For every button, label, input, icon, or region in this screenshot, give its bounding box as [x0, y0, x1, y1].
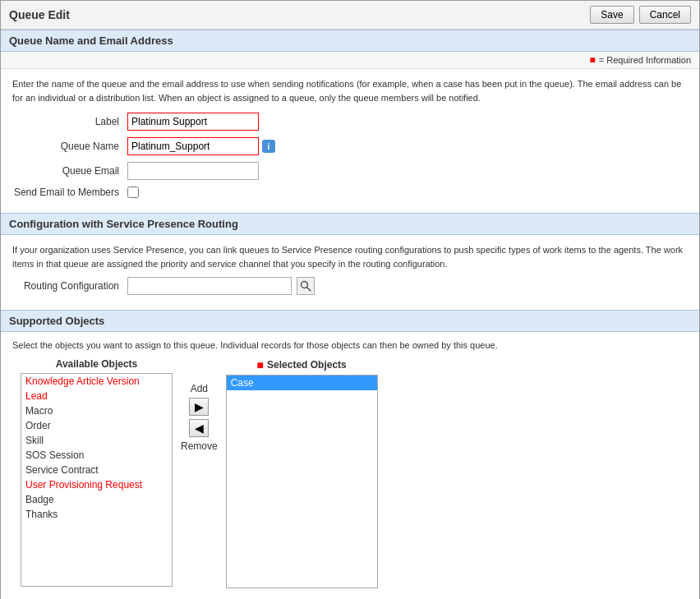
- header-buttons: Save Cancel: [590, 6, 691, 24]
- save-button[interactable]: Save: [590, 6, 633, 24]
- queue-name-field-container: i: [127, 137, 275, 155]
- list-item[interactable]: Case: [227, 376, 377, 390]
- selected-objects-label: Selected Objects: [267, 359, 347, 371]
- routing-section-content: If your organization uses Service Presen…: [1, 235, 699, 310]
- label-row: Label: [12, 113, 688, 131]
- queue-name-description: Enter the name of the queue and the emai…: [12, 77, 688, 104]
- page-title: Queue Edit: [9, 8, 70, 21]
- label-field-label: Label: [12, 116, 127, 127]
- objects-container: Available Objects Knowledge Article Vers…: [12, 358, 688, 597]
- queue-name-field-label: Queue Name: [12, 141, 127, 152]
- list-item[interactable]: Badge: [21, 492, 172, 507]
- send-email-field-container: [127, 187, 139, 198]
- supported-objects-section-content: Select the objects you want to assign to…: [1, 332, 699, 599]
- list-item[interactable]: Lead: [21, 389, 172, 403]
- list-item[interactable]: Macro: [21, 403, 172, 418]
- queue-email-field-label: Queue Email: [12, 165, 127, 177]
- required-info-bar: ■ = Required Information: [1, 52, 699, 69]
- available-objects-label: Available Objects: [56, 358, 138, 370]
- send-email-row: Send Email to Members: [12, 187, 688, 198]
- info-icon[interactable]: i: [262, 140, 275, 153]
- selected-required-indicator: ■: [257, 358, 264, 371]
- remove-button[interactable]: ◀: [189, 419, 209, 437]
- remove-label: Remove: [181, 440, 218, 452]
- routing-config-input[interactable]: [127, 277, 292, 295]
- list-item[interactable]: Skill: [21, 433, 172, 448]
- svg-line-1: [307, 288, 311, 292]
- routing-search-button[interactable]: [297, 277, 315, 295]
- add-label: Add: [191, 383, 208, 394]
- queue-name-section-content: Enter the name of the queue and the emai…: [1, 69, 699, 213]
- queue-email-input[interactable]: [127, 162, 259, 180]
- selected-objects-list[interactable]: Case: [226, 375, 378, 588]
- selected-label-wrapper: ■ Selected Objects: [257, 358, 347, 371]
- supported-objects-section-header: Supported Objects: [1, 310, 699, 332]
- label-field-container: [127, 113, 259, 131]
- queue-name-input[interactable]: [127, 137, 259, 155]
- supported-objects-description: Select the objects you want to assign to…: [12, 340, 688, 350]
- search-icon: [300, 280, 311, 292]
- page-header: Queue Edit Save Cancel: [1, 1, 699, 30]
- queue-name-row: Queue Name i: [12, 137, 688, 155]
- queue-email-row: Queue Email: [12, 162, 688, 180]
- required-indicator: ■: [590, 54, 596, 66]
- list-item[interactable]: Thanks: [21, 507, 172, 522]
- selected-objects-container: ■ Selected Objects Case: [226, 358, 378, 588]
- list-item[interactable]: Service Contract: [21, 463, 172, 477]
- list-item[interactable]: Order: [21, 418, 172, 433]
- queue-name-section-header: Queue Name and Email Address: [1, 30, 699, 52]
- add-remove-container: Add ▶ ◀ Remove: [181, 358, 218, 452]
- available-objects-list[interactable]: Knowledge Article VersionLeadMacroOrderS…: [21, 373, 173, 587]
- routing-config-row: Routing Configuration: [12, 277, 688, 295]
- add-button[interactable]: ▶: [189, 398, 209, 416]
- list-item[interactable]: SOS Session: [21, 448, 172, 463]
- routing-config-label: Routing Configuration: [12, 280, 127, 292]
- routing-section-header: Configuration with Service Presence Rout…: [1, 213, 699, 235]
- list-item[interactable]: User Provisioning Request: [21, 477, 172, 492]
- routing-description: If your organization uses Service Presen…: [12, 243, 688, 270]
- cancel-button[interactable]: Cancel: [639, 6, 691, 24]
- required-text: = Required Information: [599, 55, 691, 65]
- send-email-checkbox[interactable]: [127, 187, 139, 198]
- available-objects-container: Available Objects Knowledge Article Vers…: [21, 358, 173, 587]
- routing-config-field-container: [127, 277, 315, 295]
- list-item[interactable]: Knowledge Article Version: [21, 374, 172, 389]
- queue-email-field-container: [127, 162, 259, 180]
- label-input[interactable]: [127, 113, 259, 131]
- send-email-label: Send Email to Members: [12, 187, 127, 198]
